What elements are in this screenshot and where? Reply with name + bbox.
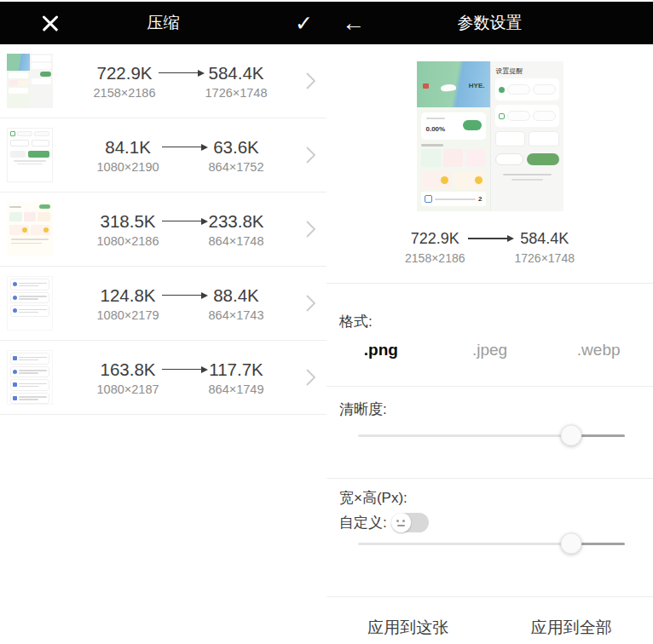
size-after: 233.8K bbox=[209, 210, 264, 233]
format-option-png[interactable]: .png bbox=[326, 341, 436, 359]
format-option-jpeg[interactable]: .jpeg bbox=[436, 341, 545, 359]
size-after: 584.4K bbox=[205, 62, 268, 84]
custom-label: 自定义: bbox=[339, 513, 387, 532]
apply-current-button[interactable]: 应用到这张 bbox=[326, 612, 490, 644]
compress-list-panel: 压缩 ✓ 722.9K 2158×2186 584.4K 1726× bbox=[0, 0, 326, 644]
chevron-right-icon[interactable] bbox=[304, 293, 316, 313]
dims-after: 1726×1748 bbox=[205, 86, 268, 100]
dims-after: 864×1743 bbox=[209, 308, 264, 322]
dims-before: 1080×2186 bbox=[97, 234, 159, 248]
arrow-right-icon bbox=[162, 147, 206, 148]
image-row-3[interactable]: 318.5K 1080×2186 233.8K 864×1748 bbox=[0, 193, 326, 267]
left-appbar: 压缩 ✓ bbox=[0, 2, 326, 44]
image-row-2[interactable]: 84.1K 1080×2190 63.6K 864×1752 bbox=[0, 118, 326, 193]
preview-image: HYE. 0.00% 2 设置提醒 bbox=[417, 61, 563, 211]
format-options: .png .jpeg .webp bbox=[326, 341, 653, 359]
divider bbox=[326, 596, 653, 597]
dims-before: 1080×2187 bbox=[97, 382, 159, 396]
compression-app: 压缩 ✓ 722.9K 2158×2186 584.4K 1726× bbox=[0, 0, 653, 644]
size-before: 124.8K bbox=[97, 285, 159, 307]
size-before: 318.5K bbox=[97, 210, 159, 233]
size-before: 722.9K bbox=[405, 229, 465, 249]
clarity-slider[interactable] bbox=[358, 424, 625, 446]
format-section: 格式: .png .jpeg .webp bbox=[326, 312, 653, 359]
toggle-knob-face-icon bbox=[391, 513, 411, 532]
image-thumbnail bbox=[7, 54, 53, 108]
row-meta: 722.9K 2158×2186 584.4K 1726×1748 bbox=[56, 62, 304, 101]
arrow-right-icon bbox=[159, 72, 203, 74]
image-thumbnail bbox=[7, 276, 53, 331]
chevron-right-icon[interactable] bbox=[304, 71, 316, 91]
arrow-right-icon bbox=[162, 221, 206, 222]
dims-after: 864×1749 bbox=[209, 382, 264, 396]
width-height-label: 宽×高(Px): bbox=[339, 488, 653, 508]
chevron-right-icon[interactable] bbox=[304, 219, 316, 239]
image-thumbnail bbox=[7, 128, 53, 182]
size-after: 584.4K bbox=[515, 229, 575, 249]
format-label: 格式: bbox=[339, 312, 653, 331]
custom-size-toggle[interactable] bbox=[391, 513, 429, 532]
divider bbox=[326, 478, 653, 479]
apply-all-button[interactable]: 应用到全部 bbox=[490, 612, 653, 644]
page-title: 参数设置 bbox=[326, 12, 653, 34]
arrow-right-icon bbox=[162, 369, 206, 371]
image-thumbnail bbox=[7, 202, 53, 256]
size-slider[interactable] bbox=[358, 532, 625, 555]
clarity-section: 清晰度: bbox=[326, 400, 653, 446]
clarity-label: 清晰度: bbox=[339, 400, 653, 419]
chevron-right-icon[interactable] bbox=[304, 367, 316, 388]
size-slider-thumb[interactable] bbox=[561, 533, 582, 555]
size-before: 84.1K bbox=[97, 136, 159, 158]
image-list: 722.9K 2158×2186 584.4K 1726×1748 bbox=[0, 44, 326, 415]
dims-before: 2158×2186 bbox=[405, 251, 465, 265]
dims-before: 1080×2190 bbox=[97, 160, 159, 174]
dims-after: 864×1748 bbox=[209, 234, 264, 248]
arrow-right-icon bbox=[468, 238, 512, 239]
confirm-icon[interactable]: ✓ bbox=[295, 13, 313, 34]
dimensions-section: 宽×高(Px): 自定义: bbox=[326, 488, 653, 555]
size-before: 163.8K bbox=[97, 359, 159, 381]
size-after: 63.6K bbox=[209, 136, 264, 158]
image-row-4[interactable]: 124.8K 1080×2179 88.4K 864×1743 bbox=[0, 267, 326, 341]
row-meta: 124.8K 1080×2179 88.4K 864×1743 bbox=[56, 285, 304, 323]
size-before: 722.9K bbox=[94, 62, 156, 84]
image-thumbnail bbox=[7, 350, 53, 405]
size-after: 88.4K bbox=[209, 285, 264, 307]
divider bbox=[326, 283, 653, 284]
image-row-5[interactable]: 163.8K 1080×2187 117.7K 864×1749 bbox=[0, 341, 326, 415]
divider bbox=[326, 386, 653, 387]
format-option-webp[interactable]: .webp bbox=[544, 341, 653, 359]
preview-size-info: 722.9K 2158×2186 584.4K 1726×1748 bbox=[326, 229, 653, 265]
dims-after: 864×1752 bbox=[209, 160, 264, 174]
row-meta: 84.1K 1080×2190 63.6K 864×1752 bbox=[56, 136, 304, 175]
size-after: 117.7K bbox=[209, 359, 264, 381]
row-meta: 318.5K 1080×2186 233.8K 864×1748 bbox=[56, 210, 304, 249]
preview-section: HYE. 0.00% 2 设置提醒 722 bbox=[326, 61, 653, 265]
chevron-right-icon[interactable] bbox=[304, 145, 316, 165]
dims-after: 1726×1748 bbox=[515, 251, 575, 265]
dims-before: 1080×2179 bbox=[97, 308, 159, 322]
parameter-settings-panel: ← 参数设置 HYE. 0.00% 2 设置提醒 bbox=[326, 0, 653, 644]
right-appbar: ← 参数设置 bbox=[326, 2, 653, 44]
actions-bar: 应用到这张 应用到全部 bbox=[326, 612, 653, 644]
arrow-right-icon bbox=[162, 295, 206, 296]
image-row-1[interactable]: 722.9K 2158×2186 584.4K 1726×1748 bbox=[0, 44, 326, 118]
clarity-slider-thumb[interactable] bbox=[561, 425, 582, 446]
dims-before: 2158×2186 bbox=[94, 86, 156, 100]
page-title: 压缩 bbox=[0, 12, 326, 34]
row-meta: 163.8K 1080×2187 117.7K 864×1749 bbox=[56, 359, 304, 397]
